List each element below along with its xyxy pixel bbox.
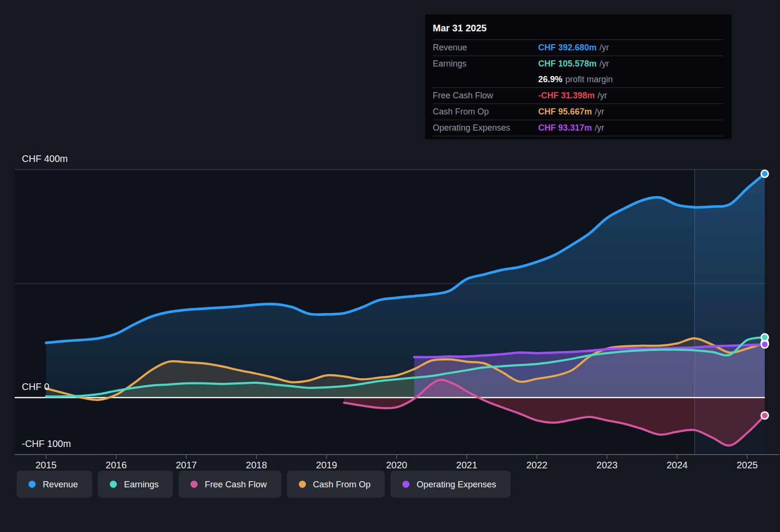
legend-item-free-cash-flow[interactable]: Free Cash Flow: [179, 471, 281, 498]
tooltip-label: Cash From Op: [433, 107, 538, 117]
tooltip-row-free-cash-flow: Free Cash Flow -CHF 31.398m/yr: [433, 88, 723, 104]
tooltip-value: CHF 392.680m: [538, 43, 597, 52]
tooltip-suffix: /yr: [599, 59, 609, 68]
svg-text:2016: 2016: [105, 460, 127, 470]
profit-margin-label: profit margin: [565, 75, 613, 84]
svg-text:-CHF 100m: -CHF 100m: [22, 438, 71, 449]
tooltip-row-cash-from-op: Cash From Op CHF 95.667m/yr: [433, 104, 723, 120]
legend-item-revenue[interactable]: Revenue: [17, 471, 92, 498]
svg-text:CHF 0: CHF 0: [22, 381, 49, 392]
tooltip-row-revenue: Revenue CHF 392.680m/yr: [433, 40, 723, 56]
tooltip-date: Mar 31 2025: [433, 19, 723, 40]
tooltip-label: Free Cash Flow: [433, 91, 538, 101]
svg-text:CHF 400m: CHF 400m: [22, 153, 68, 164]
svg-text:2015: 2015: [36, 460, 57, 470]
legend-item-earnings[interactable]: Earnings: [98, 471, 173, 498]
legend-item-operating-expenses[interactable]: Operating Expenses: [390, 471, 511, 498]
cash-from-op-dot-icon: [299, 481, 306, 488]
chart-legend: Revenue Earnings Free Cash Flow Cash Fro…: [17, 471, 511, 498]
tooltip-row-operating-expenses: Operating Expenses CHF 93.317m/yr: [433, 120, 723, 136]
svg-text:2018: 2018: [246, 460, 267, 470]
tooltip-label: Earnings: [433, 59, 538, 69]
legend-item-cash-from-op[interactable]: Cash From Op: [287, 471, 385, 498]
marker-fcf[interactable]: [761, 412, 768, 419]
earnings-dot-icon: [110, 481, 117, 488]
svg-text:2025: 2025: [737, 460, 758, 470]
tooltip-suffix: /yr: [595, 123, 604, 133]
tooltip-suffix: /yr: [599, 43, 609, 52]
svg-text:2023: 2023: [597, 460, 618, 470]
revenue-dot-icon: [29, 481, 36, 488]
marker-earnings[interactable]: [761, 334, 768, 341]
svg-text:2020: 2020: [386, 460, 408, 470]
chart-page: 2015201620172018201920202021202220232024…: [0, 0, 780, 532]
free-cash-flow-dot-icon: [190, 481, 198, 488]
tooltip-row-profit-margin: 26.9%profit margin: [433, 72, 723, 88]
tooltip-row-earnings: Earnings CHF 105.578m/yr: [433, 56, 723, 72]
tooltip-suffix: /yr: [595, 107, 604, 116]
profit-margin-value: 26.9%: [538, 75, 562, 84]
tooltip-suffix: /yr: [598, 91, 607, 100]
data-tooltip: Mar 31 2025 Revenue CHF 392.680m/yr Earn…: [425, 14, 732, 139]
svg-text:2017: 2017: [176, 460, 197, 470]
marker-opex[interactable]: [761, 341, 768, 348]
tooltip-label: Revenue: [433, 43, 538, 53]
tooltip-label: Operating Expenses: [433, 123, 538, 133]
marker-revenue[interactable]: [761, 170, 768, 177]
tooltip-value: -CHF 31.398m: [538, 91, 595, 100]
tooltip-value: CHF 93.317m: [538, 123, 592, 133]
svg-text:2021: 2021: [456, 460, 477, 470]
operating-expenses-dot-icon: [402, 481, 409, 488]
svg-text:2024: 2024: [666, 460, 688, 470]
tooltip-value: CHF 105.578m: [538, 59, 597, 68]
tooltip-value: CHF 95.667m: [538, 107, 592, 116]
svg-text:2019: 2019: [316, 460, 337, 470]
x-axis-labels: 2015201620172018201920202021202220232024…: [36, 455, 758, 470]
svg-text:2022: 2022: [526, 460, 548, 470]
